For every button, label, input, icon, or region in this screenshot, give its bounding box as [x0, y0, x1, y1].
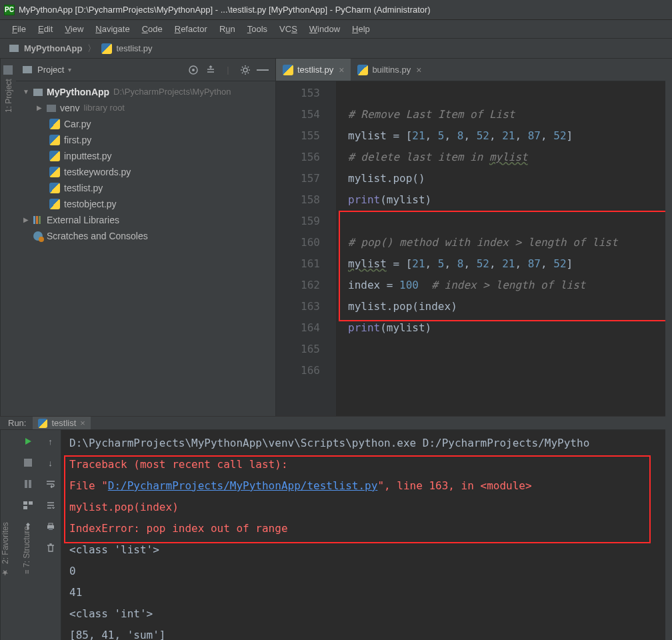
menu-file[interactable]: File — [7, 21, 31, 37]
close-icon[interactable]: × — [339, 65, 344, 75]
project-tree[interactable]: ▼ MyPythonApp D:\PycharmProjects\MyPytho… — [16, 81, 275, 416]
structure-label: 7: Structure — [22, 526, 31, 567]
python-file-icon — [49, 151, 60, 161]
tab-testlist[interactable]: testlist.py × — [276, 59, 351, 81]
menu-window[interactable]: Window — [304, 21, 345, 37]
console-output[interactable]: D:\PycharmProjects\MyPythonApp\venv\Scri… — [61, 430, 672, 640]
console-line: <class 'list'> — [69, 539, 664, 561]
run-header-label: Run: — [8, 418, 26, 428]
close-icon[interactable]: × — [80, 418, 85, 428]
chevron-right-icon[interactable]: ▶ — [23, 212, 29, 228]
project-tool-label: 1: Project — [4, 79, 13, 113]
svg-point-2 — [243, 68, 247, 72]
python-file-icon — [49, 167, 60, 177]
wrap-icon[interactable] — [45, 478, 57, 490]
favorites-label: 2: Favorites — [1, 523, 10, 565]
menu-tools[interactable]: Tools — [242, 21, 273, 37]
collapse-all-icon[interactable] — [205, 64, 217, 76]
bc-project[interactable]: MyPythonApp — [24, 43, 82, 53]
svg-rect-10 — [49, 523, 53, 525]
console-line: 0 — [69, 561, 664, 582]
console-line: D:\PycharmProjects\MyPythonApp\venv\Scri… — [69, 433, 664, 454]
menu-edit[interactable]: Edit — [33, 21, 58, 37]
python-file-icon — [357, 65, 368, 75]
titlebar: PC MyPythonApp [D:\PycharmProjects\MyPyt… — [0, 0, 672, 20]
gutter: 1531541551561571581591601611621631641651… — [276, 81, 336, 416]
run-toolbar-2: ↑ ↓ — [40, 430, 61, 640]
tool-window-bar-left-lower: ★ 2: Favorites ≡ 7: Structure — [0, 430, 16, 640]
editor: testlist.py × builtins.py × 153154155156… — [276, 59, 672, 416]
chevron-down-icon[interactable]: ▾ — [68, 66, 71, 73]
run-tab[interactable]: testlist × — [33, 417, 90, 429]
code-lines[interactable]: # Remove Last Item of Listmylist = [21, … — [336, 81, 672, 416]
chevron-right-icon[interactable]: ▶ — [36, 100, 43, 116]
project-panel-title[interactable]: Project — [37, 65, 64, 75]
svg-rect-6 — [23, 501, 27, 505]
file-link[interactable]: D:/PycharmProjects/MyPythonApp/testlist.… — [108, 479, 378, 492]
folder-icon — [23, 66, 32, 73]
menu-navigate[interactable]: Navigate — [90, 21, 135, 37]
scrollbar-vertical[interactable] — [665, 59, 672, 640]
menu-view[interactable]: View — [59, 21, 89, 37]
main: 1: Project Project ▾ | — — [0, 59, 672, 416]
tree-file[interactable]: testobject.py — [64, 196, 117, 212]
project-panel: Project ▾ | — ▼ MyPythonApp D:\PycharmPr… — [16, 59, 276, 416]
tree-external-libs[interactable]: External Libraries — [47, 212, 119, 228]
tab-builtins[interactable]: builtins.py × — [351, 59, 428, 81]
favorites-tool-button[interactable]: ★ 2: Favorites — [1, 523, 10, 578]
print-icon[interactable] — [45, 521, 57, 533]
python-file-icon — [49, 119, 60, 129]
tree-file[interactable]: Car.py — [64, 116, 91, 132]
window-title: MyPythonApp [D:\PycharmProjects\MyPython… — [19, 5, 431, 15]
layout-icon[interactable] — [22, 499, 34, 511]
down-icon[interactable]: ↓ — [45, 457, 57, 469]
bc-file[interactable]: testlist.py — [116, 43, 152, 53]
structure-tool-button[interactable]: ≡ 7: Structure — [22, 526, 31, 574]
tree-file[interactable]: testkeywords.py — [64, 164, 131, 180]
target-icon[interactable] — [187, 64, 199, 76]
run-tab-label: testlist — [51, 418, 76, 428]
scroll-icon[interactable] — [45, 499, 57, 511]
python-file-icon — [38, 419, 47, 428]
hide-icon[interactable]: — — [257, 64, 269, 76]
run-icon[interactable] — [22, 435, 34, 447]
python-file-icon — [49, 183, 60, 193]
tree-root-name[interactable]: MyPythonApp — [47, 84, 109, 100]
editor-tabs: testlist.py × builtins.py × — [276, 59, 672, 81]
folder-icon — [47, 105, 56, 112]
run-body: ★ 2: Favorites ≡ 7: Structure ↑ ↓ D:\ — [0, 430, 672, 640]
divider: | — [222, 64, 234, 76]
tab-label: builtins.py — [372, 65, 411, 75]
gear-icon[interactable] — [239, 64, 251, 76]
menu-code[interactable]: Code — [137, 21, 168, 37]
python-file-icon — [283, 65, 293, 75]
tree-scratches[interactable]: Scratches and Consoles — [47, 228, 148, 244]
console-line: 41 — [69, 582, 664, 603]
tool-window-bar-left: 1: Project — [0, 59, 16, 416]
tree-file[interactable]: first.py — [64, 132, 91, 148]
menu-run[interactable]: Run — [214, 21, 241, 37]
svg-rect-11 — [49, 528, 53, 530]
scratches-icon — [33, 231, 43, 241]
project-tool-button[interactable]: 1: Project — [4, 65, 13, 113]
pause-icon[interactable] — [22, 478, 34, 490]
menu-help[interactable]: Help — [347, 21, 375, 37]
up-icon[interactable]: ↑ — [45, 435, 57, 447]
code-area[interactable]: 1531541551561571581591601611621631641651… — [276, 81, 672, 416]
library-icon — [33, 216, 43, 224]
svg-rect-4 — [25, 480, 27, 488]
tree-file[interactable]: testlist.py — [64, 180, 103, 196]
folder-icon — [4, 65, 13, 75]
stop-icon[interactable] — [22, 457, 34, 469]
close-icon[interactable]: × — [416, 65, 421, 75]
folder-icon — [9, 45, 19, 52]
console-line: Traceback (most recent call last): — [69, 454, 664, 475]
menubar: File Edit View Navigate Code Refactor Ru… — [0, 20, 672, 39]
tree-venv[interactable]: venv — [60, 100, 80, 116]
chevron-down-icon[interactable]: ▼ — [23, 84, 29, 100]
console-line: [85, 41, 'sum'] — [69, 625, 664, 640]
menu-refactor[interactable]: Refactor — [169, 21, 213, 37]
trash-icon[interactable] — [45, 542, 57, 554]
menu-vcs[interactable]: VCS — [274, 21, 303, 37]
tree-file[interactable]: inputtest.py — [64, 148, 112, 164]
